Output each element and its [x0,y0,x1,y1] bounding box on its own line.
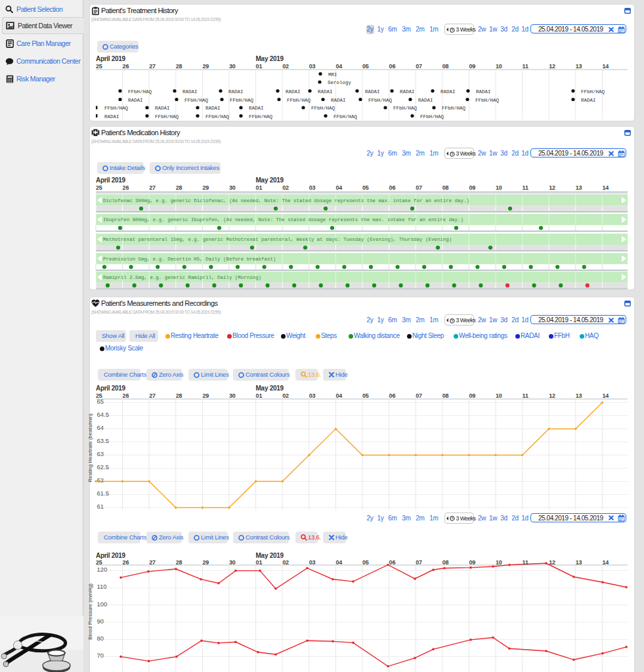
svg-text:64: 64 [97,424,104,431]
svg-text:110: 110 [97,583,107,590]
svg-text:61: 61 [97,503,104,510]
svg-text:80: 80 [97,635,104,642]
svg-text:62: 62 [97,476,104,484]
svg-text:63: 63 [97,450,104,457]
svg-text:Resting Heartrate (beats/min): Resting Heartrate (beats/min) [87,413,93,482]
svg-text:65: 65 [97,398,104,405]
svg-text:63.5: 63.5 [97,437,110,444]
svg-text:62.5: 62.5 [97,463,110,471]
svg-text:120: 120 [97,566,108,573]
svg-text:64.5: 64.5 [97,411,110,418]
svg-text:70: 70 [97,652,104,659]
svg-text:Blood Pressure (mmHg): Blood Pressure (mmHg) [87,583,93,640]
svg-text:61.5: 61.5 [97,490,110,497]
svg-text:100: 100 [97,600,108,608]
svg-text:90: 90 [97,618,104,625]
